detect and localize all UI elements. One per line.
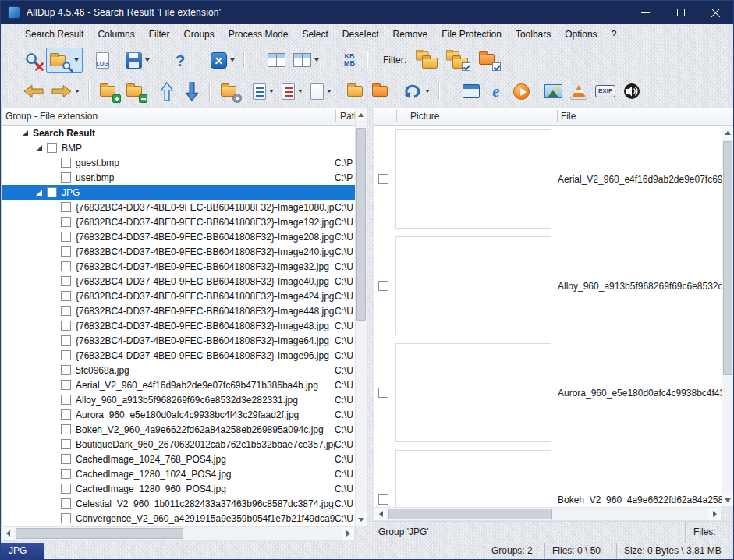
file-report-button[interactable] [307,79,335,104]
row-checkbox[interactable] [61,246,71,257]
result-row[interactable]: Bokeh_V2_960_4a9e6622fd62a84a258eb... [374,446,722,507]
tree-row[interactable]: {76832BC4-DD37-4BE0-9FEC-BB6041808F32}-I… [2,244,355,259]
scroll-right-button[interactable] [342,527,354,540]
scrollbar-thumb[interactable] [388,509,552,519]
row-checkbox[interactable] [61,321,71,331]
size-format-button[interactable]: KBMB [337,48,362,73]
tree-row[interactable]: Search Result [2,126,355,140]
expand-icon[interactable] [36,145,42,151]
scrollbar-thumb[interactable] [356,128,366,321]
tree-row[interactable]: {76832BC4-DD37-4BE0-9FEC-BB6041808F32}-I… [2,274,355,289]
remove-folder-button[interactable] [121,79,147,104]
menu-item[interactable]: Select [295,24,335,44]
log-button[interactable]: LOG [90,48,115,73]
result-row[interactable]: Alloy_960_a913b5f968269f69c6e8532d3e... [374,232,722,339]
dropdown-icon[interactable] [269,90,274,93]
column-header-file[interactable]: File [561,111,576,122]
row-checkbox[interactable] [61,217,71,227]
scroll-left-button[interactable] [2,527,14,540]
left-vertical-scrollbar[interactable] [355,108,367,526]
scroll-up-button[interactable] [722,126,733,139]
row-checkbox[interactable] [61,306,71,316]
back-button[interactable] [20,79,48,104]
menu-item[interactable]: Columns [90,24,141,44]
help-button[interactable]: ? [168,48,193,73]
thumbnail-image[interactable] [395,343,551,442]
column-header-picture[interactable]: Picture [410,111,439,122]
select-list-button[interactable] [249,79,278,104]
row-checkbox[interactable] [61,261,71,271]
save-button[interactable] [122,48,154,73]
maximize-button[interactable] [663,1,698,24]
row-checkbox[interactable] [47,143,57,153]
vlc-button[interactable] [566,79,591,104]
row-checkbox[interactable] [61,498,71,509]
row-checkbox[interactable] [61,202,71,212]
move-down-button[interactable] [179,79,204,104]
tree-row[interactable]: {76832BC4-DD37-4BE0-9FEC-BB6041808F32}-I… [2,214,355,229]
row-checkbox[interactable] [61,276,71,286]
menu-item[interactable]: Search Result [18,24,90,44]
thumbnail-image[interactable] [395,450,551,507]
column-header-group[interactable]: Group - File extension [5,111,98,122]
tree-row[interactable]: Aerial_V2_960_e4f16d9ab2de9e07fc69b471b3… [2,377,355,392]
menu-item[interactable]: Toolbars [509,24,558,44]
tree-row[interactable]: {76832BC4-DD37-4BE0-9FEC-BB6041808F32}-I… [2,303,355,318]
dropdown-icon[interactable] [145,58,150,62]
row-checkbox[interactable] [61,484,71,494]
row-checkbox[interactable] [61,335,71,346]
dropdown-icon[interactable] [327,90,332,93]
row-checkbox[interactable] [61,365,71,375]
menu-item[interactable]: Deselect [335,24,386,44]
menu-item[interactable]: ? [605,24,624,44]
row-checkbox[interactable] [61,172,71,183]
thumbnail-image[interactable] [395,236,551,335]
row-checkbox[interactable] [47,187,57,197]
expand-icon[interactable] [22,130,28,136]
row-checkbox[interactable] [61,291,71,301]
tree-row[interactable]: {76832BC4-DD37-4BE0-9FEC-BB6041808F32}-I… [2,333,355,348]
minimize-button[interactable] [628,1,663,24]
row-checkbox[interactable] [61,158,71,168]
tree-row[interactable]: {76832BC4-DD37-4BE0-9FEC-BB6041808F32}-I… [2,289,355,303]
filter-single-checked-button[interactable] [473,48,503,73]
result-row[interactable]: Aurora_960_e5e180d0afc4c9938bc4f43c... [374,339,722,446]
scroll-right-button[interactable] [708,508,721,520]
row-checkbox[interactable] [378,494,388,505]
forward-button[interactable] [48,79,83,104]
expand-icon[interactable] [36,190,42,196]
close-button[interactable] [698,1,733,24]
tree-row[interactable]: user.bmp C:\P [2,170,355,185]
dropdown-icon[interactable] [425,90,430,93]
start-search-button[interactable] [46,48,83,73]
menu-item[interactable]: Process Mode [222,24,296,44]
scroll-down-button[interactable] [722,494,733,506]
tree-row[interactable]: {76832BC4-DD37-4BE0-9FEC-BB6041808F32}-I… [2,318,355,333]
menu-item[interactable]: Groups [176,24,221,44]
tree-row[interactable]: {76832BC4-DD37-4BE0-9FEC-BB6041808F32}-I… [2,259,355,274]
tree-row[interactable]: {76832BC4-DD37-4BE0-9FEC-BB6041808F32}-I… [2,200,355,214]
scroll-down-button[interactable] [356,513,367,526]
preview-pane-button[interactable] [459,79,484,104]
stop-search-button[interactable] [20,48,46,73]
tree-row[interactable]: Bokeh_V2_960_4a9e6622fd62a84a258eb269895… [2,422,355,437]
menu-item[interactable]: Options [558,24,604,44]
filter-checked-button[interactable] [442,48,473,73]
deselect-list-button[interactable] [278,79,307,104]
tree-row[interactable]: CachedImage_1280_1024_POS4.jpg C:\U [2,466,355,481]
tree-row[interactable]: BoutiqueDark_960_2670632012cab762c1b532b… [2,437,355,452]
tree-row[interactable]: Celestial_V2_960_1b011c282433a37463b96c8… [2,496,355,511]
thumbnail-image[interactable] [395,129,551,229]
tree-row[interactable]: CachedImage_1024_768_POS4.jpg C:\U [2,452,355,466]
menu-item[interactable]: Remove [386,24,435,44]
row-checkbox[interactable] [61,380,71,390]
row-checkbox[interactable] [61,439,71,449]
column-layout-button[interactable] [264,48,289,73]
tree-row[interactable]: CachedImage_1280_960_POS4.jpg C:\U [2,481,355,496]
media-player-button[interactable] [509,79,534,104]
exif-button[interactable]: EXIF [591,79,619,104]
dropdown-icon[interactable] [74,58,79,62]
dropdown-icon[interactable] [298,90,303,93]
scrollbar-thumb[interactable] [723,141,732,375]
tree-row[interactable]: {76832BC4-DD37-4BE0-9FEC-BB6041808F32}-I… [2,229,355,244]
